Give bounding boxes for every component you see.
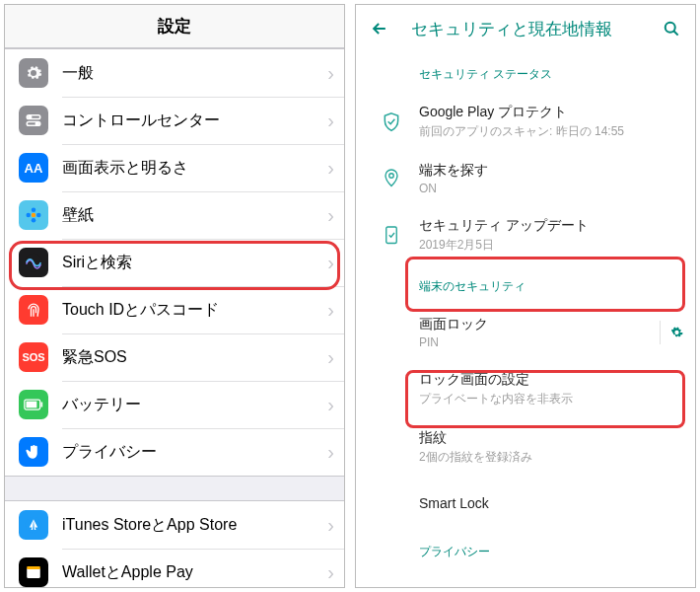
battery-icon bbox=[19, 390, 48, 419]
row-title: 端末を探す bbox=[419, 162, 683, 180]
row-label: 壁紙 bbox=[62, 205, 327, 226]
android-row[interactable]: 端末を探す ON bbox=[364, 151, 695, 206]
settings-row-AA[interactable]: AA画面表示と明るさ› bbox=[5, 144, 344, 191]
settings-row-appstore[interactable]: iTunes StoreとApp Store› bbox=[5, 501, 344, 549]
chevron-right-icon: › bbox=[327, 346, 334, 369]
row-label: Siriと検索 bbox=[62, 253, 327, 273]
ios-settings-screen: 設定 一般›コントロールセンター›AA画面表示と明るさ›壁紙›Siriと検索›T… bbox=[4, 4, 345, 588]
settings-row-toggles[interactable]: コントロールセンター› bbox=[5, 97, 344, 144]
chevron-right-icon: › bbox=[327, 204, 334, 227]
row-texts: 端末を探す ON bbox=[419, 162, 683, 195]
flower-icon bbox=[19, 200, 48, 230]
row-label: Touch IDとパスコード bbox=[62, 300, 327, 321]
svg-point-13 bbox=[26, 517, 42, 534]
android-row[interactable]: Google Play プロテクト 前回のアプリのスキャン: 昨日の 14:55 bbox=[364, 93, 695, 151]
row-title: Smart Lock bbox=[419, 495, 683, 511]
android-security-screen: セキュリティと現在地情報 セキュリティ ステータス Google Play プロ… bbox=[355, 4, 696, 588]
chevron-right-icon: › bbox=[327, 514, 334, 537]
row-label: 緊急SOS bbox=[62, 347, 327, 368]
row-title: セキュリティ アップデート bbox=[419, 217, 683, 235]
svg-point-4 bbox=[32, 213, 36, 218]
svg-rect-12 bbox=[41, 403, 43, 407]
chevron-right-icon: › bbox=[327, 110, 334, 132]
settings-row-siri[interactable]: Siriと検索› bbox=[5, 239, 344, 286]
pin-icon bbox=[364, 168, 419, 189]
svg-point-3 bbox=[35, 122, 38, 125]
section-title-device: 端末のセキュリティ bbox=[364, 264, 695, 305]
wallet-icon bbox=[19, 557, 48, 587]
settings-row-battery[interactable]: バッテリー› bbox=[5, 381, 344, 428]
search-icon[interactable] bbox=[660, 17, 683, 40]
settings-row-fingerprint[interactable]: Touch IDとパスコード› bbox=[5, 286, 344, 333]
row-texts: ロック画面の設定 プライベートな内容を非表示 bbox=[419, 371, 683, 407]
appstore-icon bbox=[19, 510, 48, 540]
row-subtitle: 2019年2月5日 bbox=[419, 237, 683, 254]
svg-point-17 bbox=[389, 174, 394, 179]
ios-title: 設定 bbox=[158, 15, 191, 37]
row-label: WalletとApple Pay bbox=[62, 562, 327, 583]
chevron-right-icon: › bbox=[327, 441, 334, 464]
chevron-right-icon: › bbox=[327, 394, 334, 416]
row-texts: Smart Lock bbox=[419, 495, 683, 511]
row-subtitle: PIN bbox=[419, 335, 654, 349]
SOS-icon: SOS bbox=[19, 342, 48, 372]
hand-icon bbox=[19, 437, 48, 467]
chevron-right-icon: › bbox=[327, 561, 334, 584]
shield-check-icon bbox=[364, 111, 419, 133]
row-title: Google Play プロテクト bbox=[419, 104, 683, 121]
row-label: 画面表示と明るさ bbox=[62, 158, 327, 179]
svg-point-16 bbox=[665, 23, 675, 33]
row-subtitle: ON bbox=[419, 182, 683, 195]
row-subtitle: 前回のアプリのスキャン: 昨日の 14:55 bbox=[419, 123, 683, 140]
svg-point-5 bbox=[32, 208, 36, 213]
chevron-right-icon: › bbox=[327, 252, 334, 274]
svg-point-8 bbox=[36, 213, 41, 218]
toggles-icon bbox=[19, 106, 48, 135]
phone-check-icon bbox=[364, 225, 419, 247]
android-row[interactable]: 指紋 2個の指紋を登録済み bbox=[364, 418, 695, 477]
android-header: セキュリティと現在地情報 bbox=[356, 5, 695, 52]
gear-icon bbox=[19, 58, 48, 88]
svg-point-7 bbox=[27, 213, 32, 218]
android-title: セキュリティと現在地情報 bbox=[411, 18, 640, 40]
android-row[interactable]: ロック画面の設定 プライベートな内容を非表示 bbox=[364, 360, 695, 418]
row-title: 指紋 bbox=[419, 429, 683, 447]
row-title: ロック画面の設定 bbox=[419, 371, 683, 389]
android-row[interactable]: 画面ロック PIN bbox=[364, 305, 695, 360]
chevron-right-icon: › bbox=[327, 157, 334, 180]
settings-row-SOS[interactable]: SOS緊急SOS› bbox=[5, 333, 344, 381]
settings-row-flower[interactable]: 壁紙› bbox=[5, 191, 344, 239]
ios-group-1: 一般›コントロールセンター›AA画面表示と明るさ›壁紙›Siriと検索›Touc… bbox=[5, 48, 344, 477]
svg-point-2 bbox=[29, 115, 32, 118]
android-body: セキュリティ ステータス Google Play プロテクト 前回のアプリのスキ… bbox=[356, 52, 695, 587]
row-title: 画面ロック bbox=[419, 316, 654, 333]
row-subtitle: プライベートな内容を非表示 bbox=[419, 391, 683, 407]
svg-rect-18 bbox=[386, 227, 397, 244]
row-texts: Google Play プロテクト 前回のアプリのスキャン: 昨日の 14:55 bbox=[419, 104, 683, 140]
section-title-privacy: プライバシー bbox=[364, 530, 695, 570]
section-title-status: セキュリティ ステータス bbox=[364, 52, 695, 93]
android-row[interactable]: Smart Lock bbox=[364, 477, 695, 530]
back-icon[interactable] bbox=[368, 17, 391, 40]
row-label: プライバシー bbox=[62, 442, 327, 463]
fingerprint-icon bbox=[19, 295, 48, 325]
row-texts: セキュリティ アップデート 2019年2月5日 bbox=[419, 217, 683, 254]
settings-row-hand[interactable]: プライバシー› bbox=[5, 428, 344, 476]
ios-header: 設定 bbox=[5, 5, 344, 48]
row-label: 一般 bbox=[62, 63, 327, 84]
android-row[interactable]: セキュリティ アップデート 2019年2月5日 bbox=[364, 206, 695, 264]
svg-rect-15 bbox=[27, 566, 40, 569]
row-texts: 指紋 2個の指紋を登録済み bbox=[419, 429, 683, 466]
svg-rect-14 bbox=[27, 568, 40, 579]
siri-icon bbox=[19, 248, 48, 277]
row-label: iTunes StoreとApp Store bbox=[62, 515, 327, 536]
row-texts: 画面ロック PIN bbox=[419, 316, 654, 349]
android-row[interactable]: 位置情報 bbox=[364, 570, 695, 587]
row-subtitle: 2個の指紋を登録済み bbox=[419, 449, 683, 466]
svg-point-6 bbox=[32, 218, 36, 223]
settings-row-gear[interactable]: 一般› bbox=[5, 49, 344, 97]
ios-group-2: iTunes StoreとApp Store›WalletとApple Pay› bbox=[5, 500, 344, 587]
ios-list: 一般›コントロールセンター›AA画面表示と明るさ›壁紙›Siriと検索›Touc… bbox=[5, 48, 344, 587]
settings-row-wallet[interactable]: WalletとApple Pay› bbox=[5, 549, 344, 587]
gear-icon[interactable] bbox=[660, 321, 683, 344]
